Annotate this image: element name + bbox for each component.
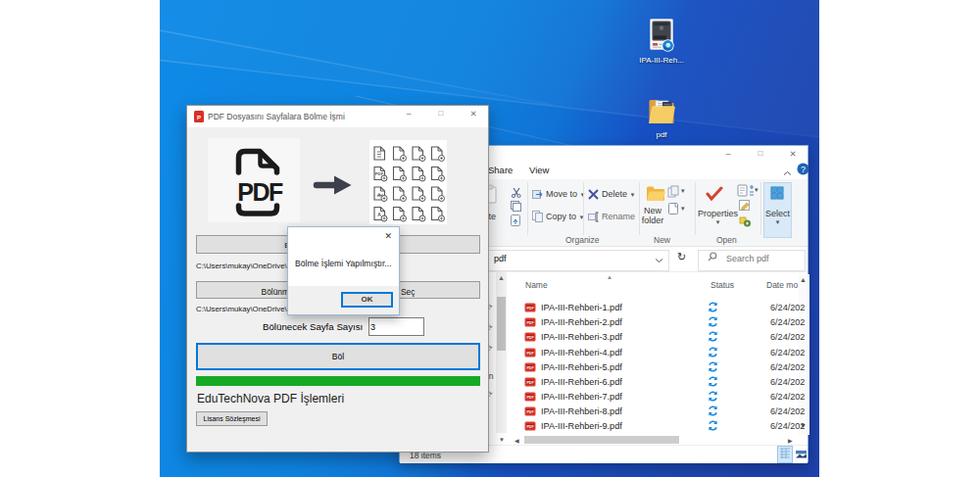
svg-text:PDF: PDF	[526, 336, 534, 340]
svg-text:P: P	[197, 115, 201, 120]
svg-text:A: A	[377, 212, 381, 217]
svg-text:PDF: PDF	[526, 352, 534, 356]
svg-text:?: ?	[801, 165, 806, 174]
svg-text:PDF: PDF	[526, 396, 534, 400]
svg-text:PDF: PDF	[526, 366, 534, 370]
svg-text:PDF: PDF	[526, 321, 534, 325]
svg-text:PDF: PDF	[526, 410, 534, 414]
svg-text:PDF: PDF	[375, 171, 384, 176]
svg-text:PDF: PDF	[526, 381, 534, 385]
svg-text:PDF: PDF	[526, 425, 534, 429]
svg-text:PDF: PDF	[526, 307, 534, 310]
